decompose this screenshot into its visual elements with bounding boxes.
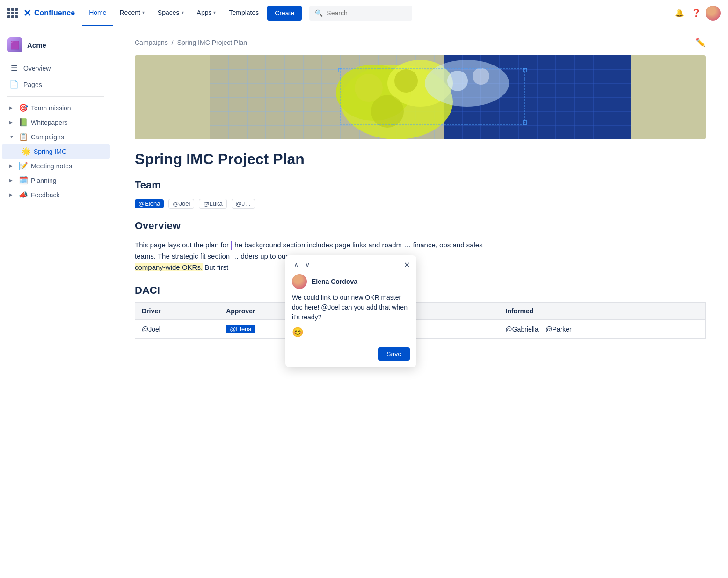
sidebar-item-team-mission[interactable]: ▶ 🎯 Team mission (2, 101, 110, 115)
logo-area: ✕ Confluence (7, 7, 75, 19)
logo-text: Confluence (34, 9, 75, 17)
overview-text: This page lays out the plan for he backg… (135, 239, 706, 273)
svg-point-37 (394, 69, 418, 93)
page-layout: 🟪 Acme ☰ Overview 📄 Pages ▶ 🎯 Team missi… (0, 26, 728, 578)
campaigns-icon: 📋 (19, 132, 28, 141)
table-header-row: Driver Approver Contributors Informed (135, 303, 706, 320)
search-input[interactable] (327, 9, 392, 17)
sidebar-item-meeting-notes[interactable]: ▶ 📝 Meeting notes (2, 159, 110, 173)
svg-point-41 (473, 68, 489, 85)
notifications-button[interactable]: 🔔 (672, 6, 687, 21)
mention-elena-daci[interactable]: @Elena (226, 325, 255, 333)
daci-driver: @Joel (135, 320, 219, 339)
chevron-down-icon: ▾ (182, 10, 184, 15)
comment-avatar (292, 274, 307, 289)
comment-popup: ∧ ∨ ✕ Elena Cordova We could link to our… (285, 255, 416, 367)
comment-navigation: ∧ ∨ (292, 260, 312, 269)
meeting-notes-icon: 📝 (19, 161, 28, 170)
comment-author: Elena Cordova (285, 269, 416, 293)
comment-author-name: Elena Cordova (312, 278, 357, 285)
workspace-name: Acme (27, 41, 46, 49)
comment-footer: Save (285, 344, 416, 367)
team-mission-icon: 🎯 (19, 103, 28, 112)
comment-close-button[interactable]: ✕ (404, 260, 410, 269)
overview-icon: ☰ (9, 64, 19, 72)
comment-prev-button[interactable]: ∧ (292, 260, 300, 269)
topnav-right: 🔔 ❓ (672, 6, 721, 21)
daci-table: Driver Approver Contributors Informed @J… (135, 302, 706, 339)
sidebar-divider (7, 96, 104, 97)
breadcrumb-campaigns[interactable]: Campaigns (135, 39, 168, 46)
whitepapers-icon: 📗 (19, 118, 28, 127)
chevron-down-icon: ▾ (213, 10, 216, 15)
mention-luka[interactable]: @Luka (199, 199, 226, 209)
page-title: Spring IMC Project Plan (135, 151, 706, 168)
team-mentions: @Elena @Joel @Luka @J… (135, 199, 706, 209)
nav-items: Home Recent ▾ Spaces ▾ Apps ▾ Templates (82, 0, 265, 26)
search-bar[interactable]: 🔍 (309, 6, 412, 21)
comment-emoji: 😊 (292, 325, 410, 339)
comment-popup-header: ∧ ∨ ✕ (285, 255, 416, 269)
chevron-right-icon: ▶ (9, 120, 16, 125)
sidebar-item-overview[interactable]: ☰ Overview (2, 60, 110, 76)
pages-icon: 📄 (9, 80, 19, 89)
save-button[interactable]: Save (378, 347, 410, 361)
grid-icon[interactable] (7, 8, 18, 18)
spring-imc-icon: 🌟 (22, 147, 31, 156)
text-cursor (231, 241, 232, 250)
hero-image (135, 55, 706, 139)
help-button[interactable]: ❓ (689, 6, 704, 21)
create-button[interactable]: Create (267, 6, 302, 21)
table-header-driver: Driver (135, 303, 219, 320)
svg-point-40 (447, 71, 468, 91)
sidebar-item-planning[interactable]: ▶ 🗓️ Planning (2, 173, 110, 188)
confluence-logo[interactable]: ✕ Confluence (23, 7, 75, 19)
sidebar-item-feedback[interactable]: ▶ 📣 Feedback (2, 188, 110, 202)
team-section-title: Team (135, 179, 706, 191)
sidebar-item-spring-imc[interactable]: 🌟 Spring IMC (2, 144, 110, 159)
chevron-right-icon: ▶ (9, 163, 16, 168)
mention-joel[interactable]: @Joel (168, 199, 194, 209)
nav-templates[interactable]: Templates (222, 0, 265, 26)
chevron-right-icon: ▶ (9, 192, 16, 197)
chevron-right-icon: ▶ (9, 105, 16, 110)
comment-next-button[interactable]: ∨ (303, 260, 312, 269)
feedback-icon: 📣 (19, 190, 28, 199)
workspace-header[interactable]: 🟪 Acme (0, 34, 112, 60)
sidebar-nav: ☰ Overview 📄 Pages (0, 60, 112, 93)
daci-section-title: DACI (135, 284, 706, 296)
breadcrumb-current: Spring IMC Project Plan (177, 39, 247, 46)
nav-recent[interactable]: Recent ▾ (113, 0, 151, 26)
chevron-down-icon: ▼ (9, 134, 16, 139)
overview-section-title: Overview (135, 220, 706, 232)
sidebar-item-pages[interactable]: 📄 Pages (2, 76, 110, 93)
table-row: @Joel @Elena @Luka @Jose @Gabriella @Par… (135, 320, 706, 339)
workspace-icon: 🟪 (7, 37, 22, 52)
nav-apps[interactable]: Apps ▾ (190, 0, 223, 26)
breadcrumb: Campaigns / Spring IMC Project Plan ✏️ (135, 37, 706, 48)
svg-point-38 (371, 95, 404, 128)
main-content: Campaigns / Spring IMC Project Plan ✏️ (112, 26, 728, 578)
nav-home[interactable]: Home (82, 0, 113, 26)
top-navigation: ✕ Confluence Home Recent ▾ Spaces ▾ Apps… (0, 0, 728, 26)
daci-informed: @Gabriella @Parker (499, 320, 706, 339)
sidebar: 🟪 Acme ☰ Overview 📄 Pages ▶ 🎯 Team missi… (0, 26, 112, 578)
chevron-down-icon: ▾ (142, 10, 145, 15)
search-icon: 🔍 (315, 9, 323, 17)
chevron-right-icon: ▶ (9, 178, 16, 183)
mention-j[interactable]: @J… (232, 199, 255, 209)
planning-icon: 🗓️ (19, 176, 28, 185)
nav-spaces[interactable]: Spaces ▾ (151, 0, 190, 26)
sidebar-item-whitepapers[interactable]: ▶ 📗 Whitepapers (2, 115, 110, 130)
mention-elena[interactable]: @Elena (135, 199, 164, 208)
sidebar-item-campaigns[interactable]: ▼ 📋 Campaigns (2, 130, 110, 144)
table-header-informed: Informed (499, 303, 706, 320)
user-avatar[interactable] (706, 6, 721, 21)
comment-body: We could link to our new OKR master doc … (285, 293, 416, 344)
edit-icon[interactable]: ✏️ (695, 37, 706, 48)
